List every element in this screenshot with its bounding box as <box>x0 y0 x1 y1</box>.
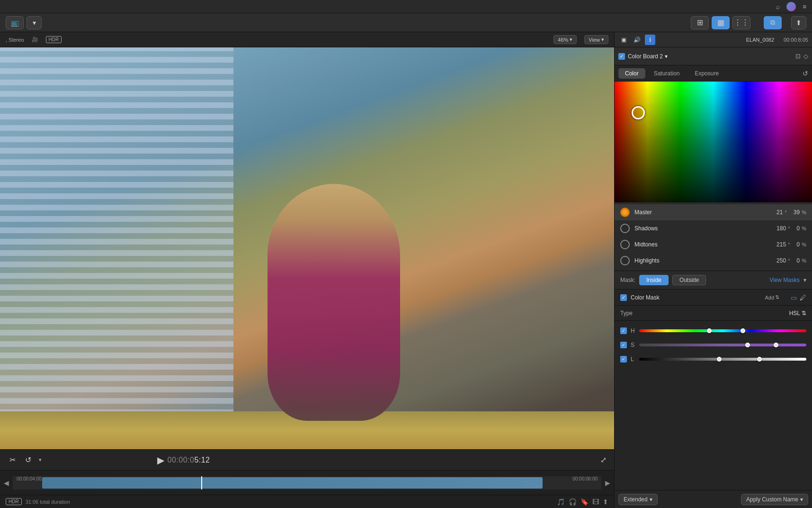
color-board-icons: ⊡ ◇ <box>795 53 808 60</box>
highlights-label: Highlights <box>634 257 754 264</box>
color-cursor[interactable] <box>632 106 645 119</box>
l-checkbox[interactable]: ✓ <box>620 356 627 363</box>
color-rows: Master 21 ° 39 % Shadows 180 ° 0 % <box>615 202 812 271</box>
type-value[interactable]: HSL ⇅ <box>789 310 806 317</box>
s-checkbox[interactable]: ✓ <box>620 342 627 348</box>
video-area: , Stereo 🎥 HDR 46% ▾ View ▾ ✂ ↺ <box>0 32 614 508</box>
video-icon[interactable]: ▣ <box>618 35 629 45</box>
h-slider[interactable] <box>639 329 806 332</box>
add-mask-btn[interactable]: Add ⇅ <box>765 294 779 300</box>
h-checkbox[interactable]: ✓ <box>620 327 627 334</box>
mask-chevron: ▾ <box>803 277 806 283</box>
status-hdr-badge: HDR <box>6 498 22 505</box>
highlights-circle <box>620 256 630 265</box>
loop-btn[interactable]: ↺ <box>23 454 33 466</box>
shadows-row[interactable]: Shadows 180 ° 0 % <box>615 220 812 236</box>
h-thumb-1[interactable] <box>707 328 712 333</box>
type-chevron: ⇅ <box>802 310 806 317</box>
blinds-overlay <box>0 47 233 449</box>
headphones-icon[interactable]: 🎧 <box>569 498 577 506</box>
color-mask-section: ✓ Color Mask Add ⇅ ▭ 🖊 Type HSL ⇅ <box>615 290 812 490</box>
tab-saturation[interactable]: Saturation <box>647 68 687 79</box>
cse-tabs: Color Saturation Exposure ↺ <box>615 65 812 82</box>
inspector-btn[interactable]: ⧉ <box>764 16 782 29</box>
timeline-forward[interactable]: ▶ <box>605 479 610 487</box>
midtones-row[interactable]: Midtones 215 ° 0 % <box>615 236 812 253</box>
highlights-row[interactable]: Highlights 250 ° 0 % <box>615 253 812 269</box>
h-slider-row: ✓ H <box>615 324 812 338</box>
midtones-circle <box>620 240 630 249</box>
drop-down-btn[interactable]: ▾ <box>27 16 42 29</box>
marker-icon[interactable]: 🔖 <box>580 498 589 506</box>
s-slider[interactable] <box>639 344 806 346</box>
filename: ELAN_0082 <box>746 37 774 43</box>
filmstrip-btn[interactable]: ▦ <box>712 16 730 29</box>
diamond-icon[interactable]: ◇ <box>803 53 808 60</box>
screen-icon[interactable]: ⊡ <box>795 53 801 60</box>
l-slider[interactable] <box>639 358 806 361</box>
rp-header: ▣ 🔊 ℹ ELAN_0082 00:00:8:05 <box>615 32 812 47</box>
extended-chevron: ▾ <box>650 496 652 503</box>
camera-icon: 🎥 <box>32 36 38 43</box>
zoom-value: 46% <box>558 37 568 43</box>
highlights-values: 250 ° 0 % <box>759 257 806 264</box>
timeline-back[interactable]: ◀ <box>4 479 9 487</box>
audio-icon[interactable]: 🎵 <box>557 498 565 506</box>
tab-exposure[interactable]: Exposure <box>688 68 725 79</box>
search-icon[interactable]: ⌕ <box>774 3 782 10</box>
user-avatar[interactable] <box>786 2 796 11</box>
monitor-icon-btn[interactable]: 📺 <box>6 16 24 29</box>
square-mask-icon[interactable]: ▭ <box>791 294 797 301</box>
inspector-icon[interactable]: ℹ <box>645 35 655 45</box>
clip-timecode: 00:00:8:05 <box>784 37 808 43</box>
grid-view-btn[interactable]: ⊞ <box>691 16 709 29</box>
h-thumb-2[interactable] <box>741 328 745 333</box>
timeline-playhead[interactable] <box>201 476 202 490</box>
l-thumb-2[interactable] <box>757 357 762 362</box>
extended-btn[interactable]: Extended ▾ <box>618 494 658 505</box>
s-slider-row: ✓ S <box>615 338 812 352</box>
export-icon[interactable]: ⬆ <box>603 498 608 506</box>
mask-label: Mask: <box>620 277 635 283</box>
timeline: ◀ 00:00:04:00 00:00:06:00 ▶ <box>0 470 614 495</box>
menu-icon[interactable]: ≡ <box>801 3 808 10</box>
apply-custom-btn[interactable]: Apply Custom Name ▾ <box>741 494 808 505</box>
s-thumb-1[interactable] <box>745 343 750 347</box>
color-mask-icons: ▭ 🖊 <box>791 294 806 301</box>
view-masks-btn[interactable]: View Masks <box>769 277 800 283</box>
color-gradient[interactable] <box>615 82 812 202</box>
color-board-checkbox[interactable]: ✓ <box>618 53 625 60</box>
hsl-sliders: ✓ H ✓ S <box>615 321 812 368</box>
master-row[interactable]: Master 21 ° 39 % <box>615 204 812 220</box>
eyedropper-icon[interactable]: 🖊 <box>800 294 806 301</box>
master-deg: 21 <box>776 209 783 216</box>
list-view-btn[interactable]: ⋮⋮ <box>732 16 750 29</box>
outside-btn[interactable]: Outside <box>672 275 706 285</box>
zoom-btn[interactable]: 46% ▾ <box>553 35 577 44</box>
reset-btn[interactable]: ↺ <box>803 70 808 77</box>
video-background <box>0 47 614 449</box>
tab-color[interactable]: Color <box>618 68 645 79</box>
view-label: View <box>589 37 600 43</box>
highlights-deg: 250 <box>776 257 786 264</box>
inside-btn[interactable]: Inside <box>639 275 669 285</box>
expand-btn[interactable]: ⤢ <box>600 455 607 464</box>
color-picker-area[interactable] <box>615 82 812 202</box>
zoom-chevron: ▾ <box>570 36 572 43</box>
l-thumb-1[interactable] <box>717 357 722 362</box>
video-header: , Stereo 🎥 HDR 46% ▾ View ▾ <box>0 32 614 47</box>
play-btn[interactable]: ▶ <box>155 453 166 468</box>
share-btn[interactable]: ⬆ <box>791 16 806 29</box>
trim-tool-btn[interactable]: ✂ <box>8 454 18 466</box>
view-btn[interactable]: View ▾ <box>584 35 608 44</box>
apply-custom-label: Apply Custom Name <box>746 496 798 503</box>
color-board-chevron: ▾ <box>665 53 668 60</box>
s-thumb-2[interactable] <box>774 343 778 347</box>
master-label: Master <box>634 209 754 216</box>
color-mask-checkbox[interactable]: ✓ <box>620 294 627 301</box>
clip-icon[interactable]: 🎞 <box>592 498 599 506</box>
timeline-bar[interactable]: 00:00:04:00 00:00:06:00 <box>13 476 601 490</box>
shadows-values: 180 ° 0 % <box>759 225 806 232</box>
midtones-label: Midtones <box>634 241 754 248</box>
audio-icon[interactable]: 🔊 <box>632 35 642 45</box>
